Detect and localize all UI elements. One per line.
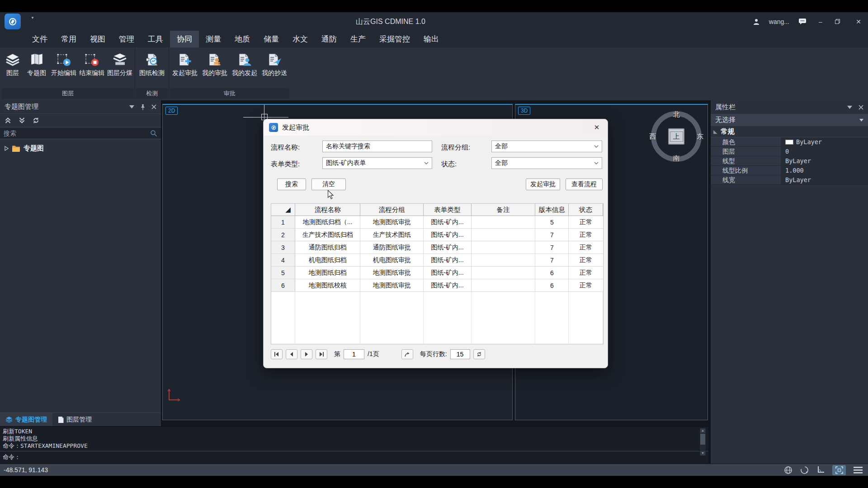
- compass-east[interactable]: 东: [697, 132, 703, 141]
- tab-ventilation[interactable]: 通防: [315, 31, 344, 47]
- tab-tools[interactable]: 工具: [141, 31, 170, 47]
- rows-per-page-input[interactable]: [450, 349, 470, 359]
- refresh-icon[interactable]: [33, 117, 39, 124]
- tab-hydrology[interactable]: 水文: [286, 31, 315, 47]
- select-all-header[interactable]: ◢: [271, 204, 295, 216]
- view-compass[interactable]: 北 南 西 东 上: [651, 111, 702, 162]
- layer-coal-split-button[interactable]: 图层分煤: [106, 51, 134, 77]
- compass-north[interactable]: 北: [673, 110, 680, 119]
- tab-output[interactable]: 输出: [417, 31, 446, 47]
- table-row[interactable]: 3 通防图纸归档 通防图纸审批 图纸-矿内... 7 正常: [271, 241, 603, 254]
- orbit-icon[interactable]: [800, 466, 809, 474]
- search-icon[interactable]: [150, 130, 157, 137]
- tree-item-thematic[interactable]: 专题图: [5, 143, 161, 154]
- my-approvals-button[interactable]: 我的审批: [200, 51, 230, 77]
- message-icon[interactable]: [798, 18, 807, 25]
- scroll-down-icon[interactable]: ▼: [700, 451, 705, 455]
- tab-manage[interactable]: 管理: [112, 31, 141, 47]
- scroll-up-icon[interactable]: ▲: [700, 428, 705, 433]
- my-cc-button[interactable]: 我的抄送: [259, 51, 289, 77]
- page-number-input[interactable]: [344, 349, 364, 359]
- end-edit-button[interactable]: 结束编辑: [78, 51, 106, 77]
- tab-file[interactable]: 文件: [25, 31, 54, 47]
- layers-button[interactable]: 图层: [2, 51, 24, 77]
- compass-west[interactable]: 西: [649, 132, 656, 141]
- tab-mining-control[interactable]: 采掘管控: [373, 31, 417, 47]
- tab-production[interactable]: 生产: [344, 31, 373, 47]
- drawing-check-button[interactable]: 图纸检测: [136, 51, 168, 77]
- dialog-close-button[interactable]: ✕: [591, 123, 602, 131]
- section-general[interactable]: ◢ 常规: [711, 126, 868, 137]
- property-value[interactable]: 1.000: [781, 166, 868, 175]
- compass-south[interactable]: 南: [673, 154, 680, 163]
- console-scrollbar[interactable]: ▲ ▼: [700, 428, 706, 455]
- status-select[interactable]: 全部: [491, 157, 602, 169]
- form-type-select[interactable]: 图纸-矿内表单: [322, 157, 432, 169]
- table-row[interactable]: 5 地测图纸归档 地测图纸审批 图纸-矿内... 6 正常: [271, 267, 603, 279]
- col-header-version[interactable]: 版本信息: [535, 204, 569, 216]
- search-button[interactable]: 搜索: [277, 178, 306, 190]
- tab-reserves[interactable]: 储量: [257, 31, 286, 47]
- tab-view[interactable]: 视图: [83, 31, 112, 47]
- quick-access-caret-icon[interactable]: ▼: [31, 16, 34, 20]
- table-row[interactable]: 1 地测图纸归档（... 地测图纸审批 图纸-矿内... 5 正常: [271, 216, 603, 229]
- restore-button[interactable]: [835, 19, 844, 24]
- tab-survey[interactable]: 测量: [199, 31, 228, 47]
- table-row[interactable]: 2 生产技术图纸归档 生产技术图纸 图纸-矿内... 7 正常: [271, 229, 603, 241]
- section-collapse-icon[interactable]: ◢: [713, 129, 717, 135]
- my-initiated-button[interactable]: 我的发起: [230, 51, 259, 77]
- close-button[interactable]: ✕: [854, 18, 863, 25]
- col-header-form-type[interactable]: 表单类型: [424, 204, 472, 216]
- panel-close-icon[interactable]: [151, 104, 156, 109]
- properties-menu-caret-icon[interactable]: [847, 106, 852, 109]
- property-value[interactable]: 0: [781, 147, 868, 156]
- view-flow-button[interactable]: 查看流程: [566, 178, 603, 190]
- selection-dropdown[interactable]: 无选择: [711, 114, 868, 126]
- col-header-flow-group[interactable]: 流程分组: [360, 204, 424, 216]
- first-page-button[interactable]: [271, 349, 283, 359]
- property-value[interactable]: ByLayer: [781, 175, 868, 184]
- tab-layer-manage[interactable]: 图层管理: [52, 413, 97, 426]
- go-page-button[interactable]: [401, 349, 413, 359]
- tab-geology[interactable]: 地质: [228, 31, 257, 47]
- table-row[interactable]: 6 地测图纸校核 地测图纸审批 图纸-矿内... 6 正常: [271, 279, 603, 292]
- tab-thematic-map-manage[interactable]: 专题图管理: [0, 413, 52, 426]
- col-header-remark[interactable]: 备注: [472, 204, 536, 216]
- clear-button[interactable]: 清空: [311, 178, 346, 190]
- flow-group-select[interactable]: 全部: [491, 141, 602, 152]
- start-approval-submit-button[interactable]: 发起审批: [526, 178, 560, 190]
- collapse-all-icon[interactable]: [5, 117, 11, 124]
- reload-table-button[interactable]: [473, 349, 485, 359]
- menu-hamburger-icon[interactable]: [854, 467, 863, 474]
- tab-collaboration[interactable]: 协同: [170, 31, 199, 47]
- properties-close-icon[interactable]: [859, 105, 863, 110]
- pin-icon[interactable]: [140, 104, 146, 110]
- search-input[interactable]: [4, 130, 150, 137]
- user-icon: [753, 18, 760, 25]
- start-approval-button[interactable]: 发起审批: [170, 51, 200, 77]
- scrollbar-thumb[interactable]: [700, 434, 705, 445]
- dialog-title-bar[interactable]: 发起审批 ✕: [264, 119, 608, 136]
- command-input[interactable]: 命令：: [0, 451, 708, 461]
- tab-common[interactable]: 常用: [54, 31, 83, 47]
- panel-menu-caret-icon[interactable]: [129, 105, 134, 108]
- table-row[interactable]: 4 机电图纸归档 机电图纸审批 图纸-矿内... 7 正常: [271, 254, 603, 267]
- last-page-button[interactable]: [316, 349, 327, 359]
- ortho-axis-icon[interactable]: [816, 466, 825, 474]
- start-edit-button[interactable]: 开始编辑: [50, 51, 78, 77]
- user-label[interactable]: wang...: [769, 18, 789, 25]
- compass-top-view[interactable]: 上: [668, 128, 684, 145]
- property-value[interactable]: ByLayer: [781, 137, 868, 146]
- thematic-map-button[interactable]: 专题图: [24, 51, 50, 77]
- flow-name-input[interactable]: [322, 141, 432, 152]
- tree-expand-caret-icon[interactable]: [5, 146, 9, 151]
- next-page-button[interactable]: [301, 349, 312, 359]
- prev-page-button[interactable]: [286, 349, 297, 359]
- property-value[interactable]: ByLayer: [781, 156, 868, 165]
- globe-icon[interactable]: [784, 466, 793, 474]
- col-header-status[interactable]: 状态: [569, 204, 603, 216]
- col-header-flow-name[interactable]: 流程名称: [295, 204, 361, 216]
- minimize-button[interactable]: –: [816, 18, 826, 25]
- expand-all-icon[interactable]: [19, 117, 25, 124]
- object-snap-toggle[interactable]: [832, 465, 846, 475]
